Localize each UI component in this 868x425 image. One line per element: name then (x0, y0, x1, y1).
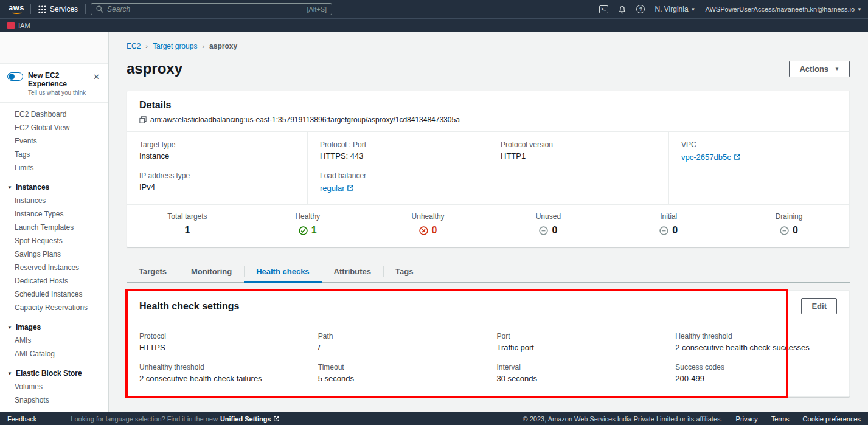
tab-health-checks[interactable]: Health checks (244, 261, 321, 282)
sidebar-item-scheduled-instances[interactable]: Scheduled Instances (0, 288, 108, 301)
tab-monitoring[interactable]: Monitoring (179, 261, 244, 282)
chevron-down-icon: ▼ (835, 66, 839, 72)
unified-settings-link[interactable]: Unified Settings (220, 415, 279, 423)
actions-button[interactable]: Actions ▼ (789, 61, 850, 77)
favorites-bar: IAM (0, 18, 868, 32)
favorite-iam-link[interactable]: IAM (18, 22, 30, 29)
sidebar-item-ami-catalog[interactable]: AMI Catalog (0, 347, 108, 361)
search-input[interactable] (107, 5, 303, 13)
load-balancer-link[interactable]: regular (320, 184, 353, 193)
services-menu[interactable]: Services (31, 0, 85, 18)
tab-attributes[interactable]: Attributes (322, 261, 383, 282)
stat-label: Draining (729, 212, 849, 221)
stat-value: 0 (432, 225, 437, 236)
privacy-link[interactable]: Privacy (736, 415, 758, 423)
field-label: Protocol version (501, 140, 656, 149)
sidebar-item-instance-types[interactable]: Instance Types (0, 207, 108, 221)
sidebar-item-instances[interactable]: Instances (0, 194, 108, 207)
stat-value: 0 (672, 225, 678, 236)
tab-targets[interactable]: Targets (127, 261, 179, 282)
chevron-down-icon: ▼ (7, 185, 12, 190)
sidebar-item-reserved-instances[interactable]: Reserved Instances (0, 261, 108, 274)
sidebar-item-ec2-dashboard[interactable]: EC2 Dashboard (0, 108, 108, 121)
vpc-link[interactable]: vpc-2657db5c (681, 153, 740, 162)
field-label: Port (497, 332, 659, 340)
external-link-icon (273, 416, 279, 422)
search-icon (96, 5, 103, 13)
search-shortcut: [Alt+S] (307, 5, 327, 13)
cookie-preferences-link[interactable]: Cookie preferences (803, 415, 861, 423)
stat-label: Healthy (248, 212, 368, 221)
cloudshell-button[interactable]: >_ (599, 5, 608, 13)
field-value: 2 consecutive health check successes (675, 343, 837, 352)
sidebar-item-spot-requests[interactable]: Spot Requests (0, 234, 108, 247)
sidebar-section-images[interactable]: ▼ Images (0, 320, 108, 334)
x-circle-icon (419, 226, 428, 235)
new-experience-toggle[interactable] (7, 72, 23, 81)
region-selector[interactable]: N. Virginia ▼ (654, 5, 695, 13)
help-button[interactable]: ? (636, 5, 645, 13)
tab-bar: Targets Monitoring Health checks Attribu… (127, 261, 850, 283)
breadcrumb-current: asproxy (209, 42, 237, 50)
new-experience-title: New EC2 Experience (28, 71, 86, 88)
sidebar-nav: EC2 Dashboard EC2 Global View Events Tag… (0, 103, 108, 407)
chevron-down-icon: ▼ (7, 371, 12, 376)
breadcrumb: EC2 › Target groups › asproxy (127, 42, 850, 50)
breadcrumb-target-groups[interactable]: Target groups (153, 42, 197, 50)
stat-initial: Initial 0 (608, 212, 729, 236)
breadcrumb-separator: › (145, 43, 148, 50)
external-link-icon (347, 185, 353, 192)
footer: Feedback Looking for language selection?… (0, 412, 868, 425)
minus-circle-icon (659, 226, 668, 235)
new-experience-banner: New EC2 Experience Tell us what you thin… (0, 64, 108, 103)
field-label: Load balancer (320, 171, 476, 180)
sidebar-item-snapshots[interactable]: Snapshots (0, 393, 108, 407)
sidebar-section-elastic-block-store[interactable]: ▼ Elastic Block Store (0, 367, 108, 380)
edit-button[interactable]: Edit (801, 298, 837, 314)
sidebar-item-savings-plans[interactable]: Savings Plans (0, 247, 108, 261)
chevron-down-icon: ▼ (691, 7, 696, 12)
feedback-link[interactable]: Feedback (7, 415, 36, 423)
tab-tags[interactable]: Tags (383, 261, 425, 282)
aws-logo[interactable]: aws (9, 4, 24, 14)
field-value: / (318, 343, 480, 352)
sidebar-section-instances[interactable]: ▼ Instances (0, 181, 108, 194)
sidebar-item-events[interactable]: Events (0, 134, 108, 148)
stat-label: Total targets (127, 212, 248, 221)
stat-value: 1 (311, 225, 317, 236)
global-search[interactable]: [Alt+S] (91, 3, 332, 15)
close-icon[interactable]: ✕ (91, 71, 102, 83)
copy-icon[interactable] (139, 116, 147, 123)
sidebar-item-ec2-global-view[interactable]: EC2 Global View (0, 121, 108, 134)
sidebar-item-capacity-reservations[interactable]: Capacity Reservations (0, 301, 108, 314)
page-title: asproxy (127, 60, 182, 77)
section-label: Instances (16, 183, 49, 192)
sidebar-item-dedicated-hosts[interactable]: Dedicated Hosts (0, 274, 108, 288)
breadcrumb-ec2[interactable]: EC2 (127, 42, 141, 50)
services-label: Services (50, 5, 78, 13)
field-label: Timeout (318, 363, 480, 371)
minus-circle-icon (780, 226, 789, 235)
stat-value: 0 (552, 225, 557, 236)
check-circle-icon (299, 226, 308, 235)
sidebar-item-launch-templates[interactable]: Launch Templates (0, 221, 108, 234)
sidebar-item-volumes[interactable]: Volumes (0, 380, 108, 393)
toggle-knob (9, 74, 15, 80)
notifications-button[interactable] (618, 5, 627, 14)
copyright-text: © 2023, Amazon Web Services India Privat… (523, 415, 723, 423)
account-menu[interactable]: AWSPowerUserAccess/navaneeth.kn@harness.… (706, 5, 862, 13)
stat-draining: Draining 0 (729, 212, 849, 236)
sidebar-item-tags[interactable]: Tags (0, 148, 108, 161)
stat-healthy: Healthy 1 (248, 212, 368, 236)
terms-link[interactable]: Terms (771, 415, 790, 423)
new-experience-subtitle: Tell us what you think (28, 89, 86, 96)
stat-value: 1 (184, 225, 190, 236)
field-label: Success codes (675, 363, 837, 371)
minus-circle-icon (539, 226, 548, 235)
health-check-settings-card: Health check settings Edit Protocol HTTP… (127, 290, 850, 397)
field-value: 200-499 (675, 374, 837, 383)
grid-icon (38, 5, 46, 13)
aws-logo-smile (12, 11, 22, 14)
sidebar-item-amis[interactable]: AMIs (0, 334, 108, 347)
sidebar-item-limits[interactable]: Limits (0, 161, 108, 174)
